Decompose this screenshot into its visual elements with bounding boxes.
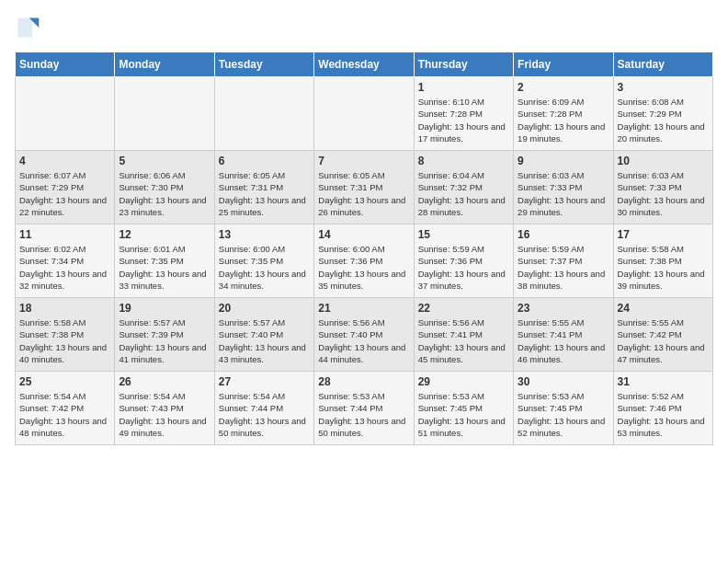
day-info: Sunrise: 6:10 AM Sunset: 7:28 PM Dayligh… <box>418 96 509 144</box>
day-info: Sunrise: 6:04 AM Sunset: 7:32 PM Dayligh… <box>418 169 509 218</box>
calendar-day-cell <box>314 77 414 151</box>
calendar-day-cell: 19Sunrise: 5:57 AM Sunset: 7:39 PM Dayli… <box>115 298 214 372</box>
day-number: 27 <box>219 375 310 388</box>
day-number: 9 <box>518 155 609 167</box>
day-info: Sunrise: 6:06 AM Sunset: 7:30 PM Dayligh… <box>119 169 210 218</box>
weekday-header-monday: Monday <box>115 52 214 77</box>
day-number: 16 <box>518 228 609 241</box>
calendar-day-cell: 29Sunrise: 5:53 AM Sunset: 7:45 PM Dayli… <box>414 372 513 445</box>
calendar-day-cell: 7Sunrise: 6:05 AM Sunset: 7:31 PM Daylig… <box>314 151 414 224</box>
day-number: 3 <box>618 81 709 94</box>
day-number: 12 <box>119 228 210 241</box>
calendar-day-cell: 1Sunrise: 6:10 AM Sunset: 7:28 PM Daylig… <box>414 77 513 151</box>
day-number: 4 <box>19 155 110 167</box>
calendar-day-cell: 8Sunrise: 6:04 AM Sunset: 7:32 PM Daylig… <box>414 151 513 224</box>
day-info: Sunrise: 5:57 AM Sunset: 7:39 PM Dayligh… <box>119 316 210 365</box>
calendar-day-cell: 15Sunrise: 5:59 AM Sunset: 7:36 PM Dayli… <box>414 224 513 298</box>
page-header <box>15 15 713 40</box>
weekday-row: SundayMondayTuesdayWednesdayThursdayFrid… <box>16 52 713 77</box>
day-number: 24 <box>618 302 709 315</box>
day-info: Sunrise: 5:53 AM Sunset: 7:44 PM Dayligh… <box>318 390 409 439</box>
day-info: Sunrise: 6:00 AM Sunset: 7:36 PM Dayligh… <box>318 243 409 292</box>
calendar-day-cell: 5Sunrise: 6:06 AM Sunset: 7:30 PM Daylig… <box>115 151 214 224</box>
logo-icon <box>15 15 40 40</box>
day-info: Sunrise: 6:00 AM Sunset: 7:35 PM Dayligh… <box>219 243 310 292</box>
calendar-day-cell: 6Sunrise: 6:05 AM Sunset: 7:31 PM Daylig… <box>214 151 313 224</box>
calendar-header: SundayMondayTuesdayWednesdayThursdayFrid… <box>16 52 713 77</box>
calendar-day-cell: 25Sunrise: 5:54 AM Sunset: 7:42 PM Dayli… <box>16 372 115 445</box>
day-number: 15 <box>418 228 509 241</box>
day-number: 6 <box>219 155 310 167</box>
weekday-header-friday: Friday <box>514 52 613 77</box>
day-number: 7 <box>318 155 409 167</box>
calendar-day-cell: 2Sunrise: 6:09 AM Sunset: 7:28 PM Daylig… <box>514 77 613 151</box>
day-info: Sunrise: 5:59 AM Sunset: 7:37 PM Dayligh… <box>518 243 609 292</box>
calendar-week-1: 1Sunrise: 6:10 AM Sunset: 7:28 PM Daylig… <box>16 77 713 151</box>
calendar-day-cell <box>214 77 313 151</box>
day-info: Sunrise: 5:58 AM Sunset: 7:38 PM Dayligh… <box>19 316 110 365</box>
day-info: Sunrise: 6:09 AM Sunset: 7:28 PM Dayligh… <box>518 96 609 144</box>
calendar-day-cell: 14Sunrise: 6:00 AM Sunset: 7:36 PM Dayli… <box>314 224 414 298</box>
day-info: Sunrise: 5:55 AM Sunset: 7:42 PM Dayligh… <box>618 316 709 365</box>
weekday-header-sunday: Sunday <box>16 52 115 77</box>
calendar-day-cell: 17Sunrise: 5:58 AM Sunset: 7:38 PM Dayli… <box>613 224 712 298</box>
calendar-table: SundayMondayTuesdayWednesdayThursdayFrid… <box>15 52 713 445</box>
weekday-header-tuesday: Tuesday <box>214 52 313 77</box>
day-number: 22 <box>418 302 509 315</box>
day-info: Sunrise: 5:57 AM Sunset: 7:40 PM Dayligh… <box>219 316 310 365</box>
day-info: Sunrise: 5:56 AM Sunset: 7:41 PM Dayligh… <box>418 316 509 365</box>
weekday-header-wednesday: Wednesday <box>314 52 414 77</box>
day-number: 2 <box>518 81 609 94</box>
calendar-day-cell: 16Sunrise: 5:59 AM Sunset: 7:37 PM Dayli… <box>514 224 613 298</box>
day-info: Sunrise: 6:07 AM Sunset: 7:29 PM Dayligh… <box>19 169 110 218</box>
day-info: Sunrise: 6:03 AM Sunset: 7:33 PM Dayligh… <box>618 169 709 218</box>
day-number: 23 <box>518 302 609 315</box>
day-info: Sunrise: 6:03 AM Sunset: 7:33 PM Dayligh… <box>518 169 609 218</box>
day-number: 17 <box>618 228 709 241</box>
day-info: Sunrise: 5:54 AM Sunset: 7:43 PM Dayligh… <box>119 390 210 439</box>
day-number: 28 <box>318 375 409 388</box>
calendar-day-cell: 31Sunrise: 5:52 AM Sunset: 7:46 PM Dayli… <box>613 372 712 445</box>
day-info: Sunrise: 6:02 AM Sunset: 7:34 PM Dayligh… <box>19 243 110 292</box>
day-info: Sunrise: 5:54 AM Sunset: 7:42 PM Dayligh… <box>19 390 110 439</box>
calendar-day-cell: 24Sunrise: 5:55 AM Sunset: 7:42 PM Dayli… <box>613 298 712 372</box>
day-info: Sunrise: 6:05 AM Sunset: 7:31 PM Dayligh… <box>219 169 310 218</box>
svg-rect-1 <box>18 18 33 38</box>
calendar-day-cell: 18Sunrise: 5:58 AM Sunset: 7:38 PM Dayli… <box>16 298 115 372</box>
day-info: Sunrise: 5:53 AM Sunset: 7:45 PM Dayligh… <box>518 390 609 439</box>
day-info: Sunrise: 6:05 AM Sunset: 7:31 PM Dayligh… <box>318 169 409 218</box>
day-number: 31 <box>618 375 709 388</box>
day-number: 29 <box>418 375 509 388</box>
calendar-day-cell: 10Sunrise: 6:03 AM Sunset: 7:33 PM Dayli… <box>613 151 712 224</box>
calendar-day-cell <box>16 77 115 151</box>
day-number: 25 <box>19 375 110 388</box>
day-info: Sunrise: 6:01 AM Sunset: 7:35 PM Dayligh… <box>119 243 210 292</box>
day-number: 10 <box>618 155 709 167</box>
calendar-day-cell: 26Sunrise: 5:54 AM Sunset: 7:43 PM Dayli… <box>115 372 214 445</box>
day-number: 18 <box>19 302 110 315</box>
day-info: Sunrise: 5:58 AM Sunset: 7:38 PM Dayligh… <box>618 243 709 292</box>
calendar-day-cell: 27Sunrise: 5:54 AM Sunset: 7:44 PM Dayli… <box>214 372 313 445</box>
day-info: Sunrise: 5:55 AM Sunset: 7:41 PM Dayligh… <box>518 316 609 365</box>
day-number: 13 <box>219 228 310 241</box>
calendar-day-cell: 21Sunrise: 5:56 AM Sunset: 7:40 PM Dayli… <box>314 298 414 372</box>
day-info: Sunrise: 6:08 AM Sunset: 7:29 PM Dayligh… <box>618 96 709 144</box>
calendar-body: 1Sunrise: 6:10 AM Sunset: 7:28 PM Daylig… <box>16 77 713 445</box>
logo <box>15 15 44 40</box>
calendar-week-5: 25Sunrise: 5:54 AM Sunset: 7:42 PM Dayli… <box>16 372 713 445</box>
day-number: 14 <box>318 228 409 241</box>
day-info: Sunrise: 5:56 AM Sunset: 7:40 PM Dayligh… <box>318 316 409 365</box>
weekday-header-thursday: Thursday <box>414 52 513 77</box>
day-info: Sunrise: 5:59 AM Sunset: 7:36 PM Dayligh… <box>418 243 509 292</box>
calendar-day-cell: 12Sunrise: 6:01 AM Sunset: 7:35 PM Dayli… <box>115 224 214 298</box>
calendar-week-3: 11Sunrise: 6:02 AM Sunset: 7:34 PM Dayli… <box>16 224 713 298</box>
calendar-day-cell: 13Sunrise: 6:00 AM Sunset: 7:35 PM Dayli… <box>214 224 313 298</box>
calendar-day-cell: 20Sunrise: 5:57 AM Sunset: 7:40 PM Dayli… <box>214 298 313 372</box>
day-number: 8 <box>418 155 509 167</box>
day-info: Sunrise: 5:54 AM Sunset: 7:44 PM Dayligh… <box>219 390 310 439</box>
day-number: 30 <box>518 375 609 388</box>
day-info: Sunrise: 5:52 AM Sunset: 7:46 PM Dayligh… <box>618 390 709 439</box>
calendar-week-2: 4Sunrise: 6:07 AM Sunset: 7:29 PM Daylig… <box>16 151 713 224</box>
calendar-day-cell: 4Sunrise: 6:07 AM Sunset: 7:29 PM Daylig… <box>16 151 115 224</box>
day-number: 5 <box>119 155 210 167</box>
